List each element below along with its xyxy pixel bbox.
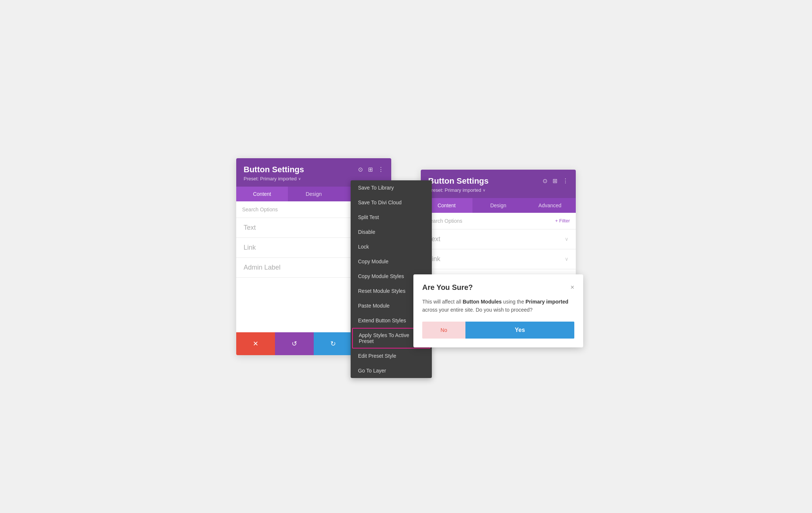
filter-button[interactable]: + Filter	[555, 218, 570, 223]
menu-save-library[interactable]: Save To Library	[351, 180, 432, 195]
page-container: Button Settings ⊙ ⊞ ⋮ Preset: Primary im…	[0, 0, 812, 513]
confirm-buttons: No Yes	[422, 322, 574, 339]
redo-button[interactable]: ↻	[314, 332, 352, 355]
screenshot-icon[interactable]: ⊙	[358, 166, 363, 173]
right-columns-icon[interactable]: ⊞	[553, 177, 557, 184]
cancel-button[interactable]: ✕	[236, 332, 275, 355]
right-link-chevron: ∨	[565, 256, 568, 262]
right-section-link[interactable]: Link ∨	[421, 249, 576, 269]
tab-design-left[interactable]: Design	[288, 187, 340, 201]
right-panel-preset: Preset: Primary imported ∨	[428, 187, 568, 193]
right-panel: Button Settings ⊙ ⊞ ⋮ Preset: Primary im…	[421, 170, 576, 344]
menu-lock[interactable]: Lock	[351, 239, 432, 254]
left-header-icons: ⊙ ⊞ ⋮	[358, 166, 384, 173]
confirm-no-button[interactable]: No	[422, 322, 465, 339]
right-search-bar: Search Options + Filter	[421, 213, 576, 229]
right-section-text[interactable]: Text ∨	[421, 229, 576, 249]
right-text-chevron: ∨	[565, 236, 568, 242]
confirm-header: Are You Sure? ×	[422, 283, 574, 292]
menu-copy-module[interactable]: Copy Module	[351, 254, 432, 269]
menu-split-test[interactable]: Split Test	[351, 210, 432, 225]
undo-button[interactable]: ↺	[275, 332, 314, 355]
confirm-yes-button[interactable]: Yes	[465, 322, 574, 339]
right-screenshot-icon[interactable]: ⊙	[543, 177, 547, 184]
right-search-placeholder[interactable]: Search Options	[427, 218, 462, 224]
menu-save-cloud[interactable]: Save To Divi Cloud	[351, 195, 432, 210]
columns-icon[interactable]: ⊞	[368, 166, 373, 173]
confirm-body: This will affect all Button Modules usin…	[422, 298, 574, 314]
right-panel-tabs: Content Design Advanced	[421, 198, 576, 213]
more-icon[interactable]: ⋮	[378, 166, 384, 173]
right-more-icon[interactable]: ⋮	[562, 177, 568, 184]
preset-arrow[interactable]: ∨	[298, 177, 301, 181]
menu-edit-preset[interactable]: Edit Preset Style	[351, 349, 432, 363]
menu-disable[interactable]: Disable	[351, 225, 432, 239]
right-panel-title: Button Settings	[428, 176, 489, 186]
confirm-close-button[interactable]: ×	[570, 284, 574, 291]
tab-advanced-right[interactable]: Advanced	[524, 198, 576, 213]
bold-primary-imported: Primary imported	[526, 299, 568, 305]
tab-content-left[interactable]: Content	[236, 187, 288, 201]
tab-design-right[interactable]: Design	[472, 198, 524, 213]
left-panel: Button Settings ⊙ ⊞ ⋮ Preset: Primary im…	[236, 158, 391, 355]
left-search-placeholder[interactable]: Search Options	[242, 207, 278, 212]
left-panel-title: Button Settings	[244, 165, 304, 174]
bold-button-modules: Button Modules	[462, 299, 502, 305]
right-panel-header: Button Settings ⊙ ⊞ ⋮ Preset: Primary im…	[421, 170, 576, 198]
confirm-title: Are You Sure?	[422, 283, 473, 292]
menu-go-layer[interactable]: Go To Layer	[351, 363, 432, 378]
right-header-icons: ⊙ ⊞ ⋮	[543, 177, 568, 184]
confirm-modal: Are You Sure? × This will affect all But…	[413, 274, 583, 347]
right-preset-arrow[interactable]: ∨	[483, 188, 485, 192]
